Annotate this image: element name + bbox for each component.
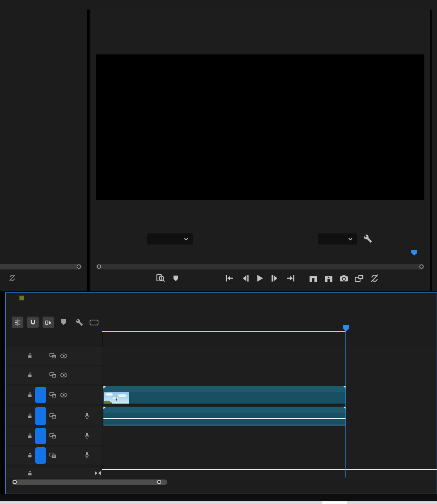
track-target-icon[interactable] — [49, 433, 57, 439]
track-header-a3 — [6, 447, 102, 465]
zoom-level-select[interactable] — [147, 233, 193, 245]
program-playhead-marker[interactable] — [411, 250, 417, 256]
track-header-a2 — [6, 427, 102, 445]
waveform-centerline — [103, 418, 346, 419]
timeline-ruler[interactable] — [102, 317, 437, 332]
source-patch-a3[interactable] — [35, 447, 46, 464]
track-v3 — [6, 347, 437, 365]
audio-clip-titlebar — [103, 407, 346, 413]
video-frame-text — [96, 54, 424, 200]
background-window-highlight — [322, 501, 347, 504]
adjacent-panel-edge — [432, 10, 437, 291]
playhead-line[interactable] — [345, 325, 346, 478]
clip-name — [103, 386, 346, 392]
comparison-view-icon[interactable] — [355, 274, 364, 283]
track-header-v2 — [6, 366, 102, 384]
mark-in-button[interactable] — [187, 274, 196, 283]
toggle-track-output-eye-icon[interactable] — [60, 353, 67, 358]
clip-thumbnail — [104, 392, 129, 404]
add-marker-icon[interactable] — [171, 274, 180, 283]
transport-controls — [90, 272, 430, 286]
track-target-icon[interactable] — [49, 392, 57, 398]
audio-waveform — [103, 413, 346, 425]
play-button-icon[interactable] — [255, 274, 264, 283]
track-content-v3[interactable] — [102, 347, 437, 365]
mark-out-button[interactable] — [201, 274, 210, 283]
audio-clip[interactable] — [103, 407, 346, 425]
source-monitor-panel — [0, 10, 89, 291]
track-target-icon[interactable] — [49, 413, 57, 419]
voiceover-mic-icon[interactable] — [84, 412, 90, 419]
captions-icon[interactable] — [90, 320, 98, 325]
insert-overwrite-nested-icon[interactable] — [12, 317, 23, 328]
track-target-icon[interactable] — [49, 453, 57, 458]
program-monitor-panel — [90, 10, 430, 291]
window-titlebar — [0, 0, 437, 10]
premiere-window — [0, 0, 437, 504]
go-to-out-icon[interactable] — [286, 274, 295, 283]
program-zoom-scrollbar[interactable] — [96, 264, 424, 269]
toggle-track-output-eye-icon[interactable] — [60, 392, 67, 397]
zoom-handle-right[interactable] — [419, 264, 424, 269]
lock-icon[interactable] — [27, 470, 33, 476]
lock-icon[interactable] — [27, 392, 33, 398]
chevron-down-icon — [348, 236, 353, 242]
timeline-zoom-scrollbar[interactable] — [12, 479, 167, 485]
video-clip[interactable] — [103, 386, 346, 404]
source-zoom-scrollbar[interactable] — [0, 264, 82, 269]
track-header-master — [6, 468, 102, 478]
bottom-window-edge — [0, 494, 437, 501]
voiceover-mic-icon[interactable] — [84, 452, 90, 458]
extract-icon[interactable] — [324, 274, 333, 283]
step-back-icon[interactable] — [241, 274, 250, 283]
step-forward-icon[interactable] — [270, 274, 280, 283]
zoom-handle-left[interactable] — [13, 480, 17, 484]
track-header-v3 — [6, 347, 102, 365]
voiceover-mic-icon[interactable] — [84, 432, 90, 439]
clip-fold-corner — [103, 407, 106, 409]
track-a2 — [6, 427, 437, 445]
timeline-panel — [5, 292, 437, 494]
source-patch-v1[interactable] — [35, 387, 46, 403]
track-content-a2[interactable] — [102, 427, 437, 445]
lock-icon[interactable] — [27, 353, 33, 359]
lock-icon[interactable] — [27, 433, 33, 439]
program-settings-wrench-icon[interactable] — [363, 234, 372, 243]
track-a3 — [6, 447, 437, 465]
go-to-in-icon[interactable] — [225, 274, 234, 283]
lock-icon[interactable] — [27, 413, 33, 419]
button-editor-button[interactable] — [68, 273, 77, 283]
bowtie-keyframe-icon[interactable] — [95, 471, 101, 476]
zoom-handle[interactable] — [77, 264, 81, 269]
lock-icon[interactable] — [27, 452, 33, 458]
track-target-icon[interactable] — [49, 353, 57, 359]
program-mini-timeline[interactable] — [96, 250, 424, 258]
track-target-icon[interactable] — [49, 372, 57, 378]
sequence-icon — [19, 296, 24, 300]
track-content-v2[interactable] — [102, 366, 437, 384]
lift-icon[interactable] — [309, 274, 318, 283]
video-preview — [96, 54, 424, 200]
track-content-a3[interactable] — [102, 447, 437, 465]
master-volume-line[interactable] — [102, 469, 437, 470]
track-header-v1 — [6, 386, 102, 404]
zoom-handle-right[interactable] — [157, 480, 161, 484]
linked-selection-icon[interactable] — [43, 317, 54, 328]
export-frame-icon[interactable] — [339, 274, 349, 283]
timeline-settings-wrench-icon[interactable] — [75, 318, 83, 326]
source-patch-a1[interactable] — [35, 407, 46, 425]
lock-icon[interactable] — [27, 372, 33, 378]
toggle-track-output-eye-icon[interactable] — [60, 373, 67, 378]
button-editor-button[interactable] — [411, 274, 420, 283]
snap-magnet-icon[interactable] — [27, 317, 39, 328]
zoom-handle-left[interactable] — [97, 264, 101, 269]
sync-disabled-icon[interactable] — [8, 274, 16, 282]
track-header-a1 — [6, 406, 102, 426]
chevron-down-icon — [183, 236, 189, 242]
find-in-timeline-icon[interactable] — [156, 274, 165, 283]
add-marker-icon[interactable] — [61, 319, 66, 325]
multicam-toggle-icon[interactable] — [370, 274, 379, 283]
playback-resolution-select[interactable] — [318, 233, 357, 245]
source-patch-a2[interactable] — [35, 428, 46, 444]
clip-fold-corner — [103, 386, 106, 389]
